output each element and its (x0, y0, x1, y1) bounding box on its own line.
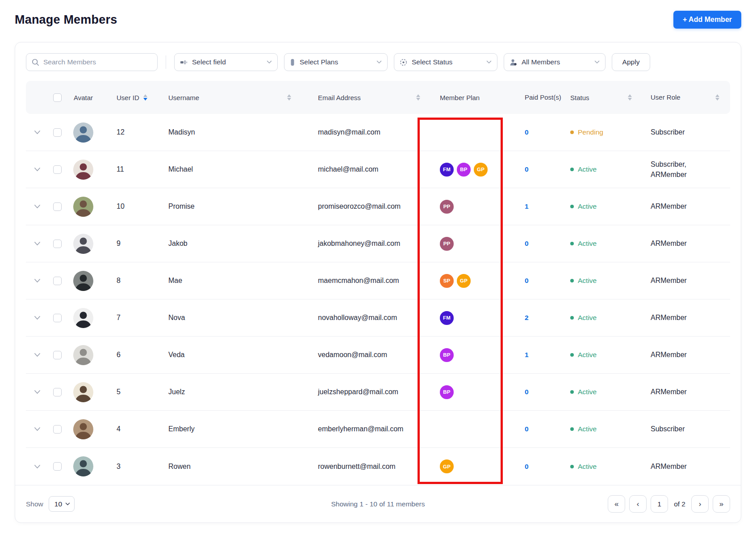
row-checkbox[interactable] (53, 165, 62, 174)
avatar (73, 234, 93, 254)
page-size-select[interactable]: 10 (49, 496, 75, 512)
row-checkbox[interactable] (53, 202, 62, 211)
email-cell: maemcmahon@mail.com (317, 277, 440, 285)
paid-posts-link[interactable]: 0 (525, 388, 529, 396)
row-checkbox[interactable] (53, 128, 62, 137)
paid-posts-link[interactable]: 0 (525, 277, 529, 285)
chevron-down-icon (486, 60, 492, 64)
table-row: 8 Mae maemcmahon@mail.com SPGP 0 Active … (26, 262, 730, 299)
row-checkbox[interactable] (53, 388, 62, 396)
paid-posts-link[interactable]: 0 (525, 240, 529, 248)
expand-row-icon[interactable] (34, 130, 41, 135)
status-text: Active (578, 202, 597, 211)
select-status-dropdown[interactable]: Select Status (394, 53, 497, 71)
plan-badge-fm[interactable]: FM (440, 311, 454, 325)
table-row: 12 Madisyn madisyn@mail.com 0 Pending Su… (26, 114, 730, 151)
search-members-input[interactable] (43, 58, 152, 66)
paid-posts-link[interactable]: 1 (525, 351, 529, 359)
expand-row-icon[interactable] (34, 167, 41, 172)
field-icon (180, 59, 188, 66)
filter-bar: Select field Select Plans Select Statu (26, 53, 730, 71)
plan-badge-pp[interactable]: PP (440, 237, 454, 251)
sort-status-icon[interactable] (628, 94, 632, 101)
user-id-cell: 12 (100, 128, 154, 136)
table-row: 6 Veda vedamoon@mail.com BP 1 Active ARM… (26, 337, 730, 374)
last-page-button[interactable]: » (713, 495, 730, 513)
table-body: 12 Madisyn madisyn@mail.com 0 Pending Su… (26, 114, 730, 485)
plan-badges: FMBPGP (440, 163, 488, 177)
avatar (73, 382, 93, 402)
select-status-label: Select Status (412, 58, 482, 66)
expand-row-icon[interactable] (34, 316, 41, 320)
status-text: Active (578, 351, 597, 359)
plan-badge-sp[interactable]: SP (440, 274, 454, 288)
plan-badge-bp[interactable]: BP (457, 163, 471, 177)
plan-badge-gp[interactable]: GP (440, 459, 454, 473)
topbar: Manage Members + Add Member (15, 8, 741, 31)
paid-posts-link[interactable]: 0 (525, 165, 529, 173)
prev-page-button[interactable]: ‹ (629, 495, 647, 513)
results-summary: Showing 1 - 10 of 11 members (331, 500, 425, 508)
expand-row-icon[interactable] (34, 427, 41, 431)
status-dot (570, 168, 574, 171)
first-page-button[interactable]: « (608, 495, 625, 513)
sort-user-id-icon[interactable] (143, 94, 147, 101)
add-member-button[interactable]: + Add Member (673, 11, 741, 29)
members-filter-dropdown[interactable]: All Members (504, 53, 606, 71)
paid-posts-link[interactable]: 1 (525, 202, 529, 211)
paid-posts-link[interactable]: 0 (525, 128, 529, 136)
expand-row-icon[interactable] (34, 204, 41, 209)
user-id-cell: 9 (100, 240, 154, 248)
plan-badge-bp[interactable]: BP (440, 385, 454, 399)
next-page-button[interactable]: › (691, 495, 709, 513)
expand-row-icon[interactable] (34, 241, 41, 246)
status-text: Active (578, 425, 597, 433)
expand-row-icon[interactable] (34, 353, 41, 357)
plan-badge-gp[interactable]: GP (457, 274, 471, 288)
user-id-cell: 5 (100, 388, 154, 396)
row-checkbox[interactable] (53, 240, 62, 248)
row-checkbox[interactable] (53, 425, 62, 434)
row-checkbox[interactable] (53, 351, 62, 359)
plan-badge-fm[interactable]: FM (440, 163, 454, 177)
search-members-box (26, 53, 158, 71)
table-row: 10 Promise promiseorozco@mail.com PP 1 A… (26, 188, 730, 225)
row-checkbox[interactable] (53, 277, 62, 285)
email-cell: novaholloway@mail.com (317, 314, 440, 322)
select-plans-dropdown[interactable]: Select Plans (284, 53, 388, 71)
plan-badges: PP (440, 237, 454, 251)
user-role-cell: ARMember (645, 350, 730, 360)
chevron-down-icon (376, 60, 382, 64)
column-header-username: Username (168, 94, 199, 101)
plan-badges: BP (440, 385, 454, 399)
show-label: Show (26, 500, 43, 508)
plan-badge-bp[interactable]: BP (440, 348, 454, 362)
expand-row-icon[interactable] (34, 278, 41, 283)
plan-badge-pp[interactable]: PP (440, 200, 454, 214)
avatar (73, 456, 93, 476)
username-cell: Jakob (154, 240, 317, 248)
table-row: 9 Jakob jakobmahoney@mail.com PP 0 Activ… (26, 225, 730, 262)
sort-email-icon[interactable] (416, 94, 420, 101)
expand-row-icon[interactable] (34, 390, 41, 394)
status-dot (570, 427, 574, 431)
apply-button[interactable]: Apply (612, 53, 650, 71)
username-cell: Veda (154, 351, 317, 359)
row-checkbox[interactable] (53, 462, 62, 471)
table-header-row: Avatar User ID Username Email (26, 81, 730, 114)
user-id-cell: 8 (100, 277, 154, 285)
sort-user-role-icon[interactable] (715, 94, 719, 101)
table-footer: Show 10 Showing 1 - 10 of 11 members « ‹… (15, 485, 741, 522)
paid-posts-link[interactable]: 2 (525, 314, 529, 322)
current-page-box[interactable]: 1 (651, 495, 668, 513)
expand-row-icon[interactable] (34, 464, 41, 469)
paid-posts-link[interactable]: 0 (525, 425, 529, 433)
plan-badge-gp[interactable]: GP (474, 163, 488, 177)
user-id-cell: 6 (100, 351, 154, 359)
username-cell: Nova (154, 314, 317, 322)
paid-posts-link[interactable]: 0 (525, 463, 529, 471)
select-all-checkbox[interactable] (53, 93, 62, 102)
select-field-dropdown[interactable]: Select field (174, 53, 278, 71)
sort-username-icon[interactable] (287, 94, 291, 101)
row-checkbox[interactable] (53, 314, 62, 322)
